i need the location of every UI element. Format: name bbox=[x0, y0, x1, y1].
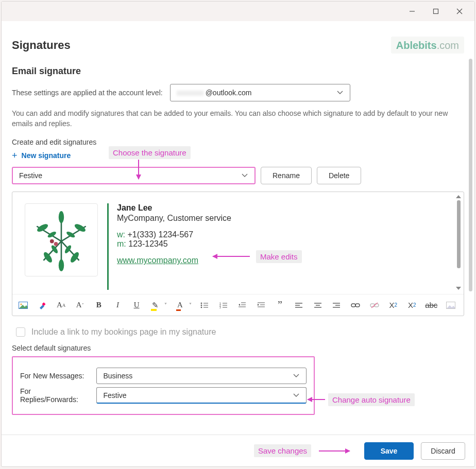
svg-rect-1 bbox=[434, 9, 438, 14]
window-minimize-button[interactable] bbox=[400, 3, 424, 20]
font-color-button[interactable]: A bbox=[174, 299, 186, 312]
brand-logo: Ablebits.com bbox=[391, 37, 464, 54]
plus-icon: + bbox=[12, 152, 18, 159]
window-close-button[interactable] bbox=[448, 3, 471, 20]
indent-button[interactable] bbox=[256, 299, 267, 312]
default-reply-dropdown[interactable]: Festive bbox=[96, 387, 307, 404]
callout-arrow bbox=[319, 450, 350, 451]
align-center-button[interactable] bbox=[312, 299, 324, 312]
window-titlebar bbox=[2, 2, 474, 21]
callout-save: Save changes bbox=[254, 444, 311, 457]
bold-button[interactable]: B bbox=[93, 299, 105, 312]
helper-text: You can add and modify signatures that c… bbox=[12, 109, 464, 129]
unlink-button[interactable] bbox=[368, 299, 380, 312]
link-button[interactable] bbox=[350, 299, 362, 312]
new-signature-button[interactable]: + New signature bbox=[12, 151, 71, 160]
account-label: These settings are applied at the accoun… bbox=[12, 89, 163, 97]
quote-button[interactable]: ” bbox=[274, 299, 286, 312]
callout-arrow bbox=[213, 256, 250, 257]
svg-text:3: 3 bbox=[219, 306, 221, 309]
font-size-up-icon[interactable]: AA bbox=[55, 299, 67, 312]
svg-point-13 bbox=[42, 251, 54, 264]
svg-point-12 bbox=[59, 211, 64, 223]
svg-point-30 bbox=[201, 307, 202, 308]
signature-select[interactable]: Festive bbox=[12, 167, 256, 184]
chevron-down-icon bbox=[241, 171, 248, 180]
create-edit-label: Create and edit signatures bbox=[12, 138, 464, 146]
rename-button[interactable]: Rename bbox=[261, 167, 312, 184]
default-new-label: For New Messages: bbox=[20, 372, 89, 380]
format-painter-icon[interactable] bbox=[37, 299, 48, 312]
chevron-down-icon bbox=[293, 391, 300, 399]
strikethrough-button[interactable]: abc bbox=[425, 299, 437, 312]
callout-arrow bbox=[308, 399, 325, 400]
align-right-button[interactable] bbox=[331, 299, 343, 312]
footer: Save changes Save Discard bbox=[2, 435, 474, 466]
underline-button[interactable]: U bbox=[131, 299, 143, 312]
content-scroll[interactable]: Email signature These settings are appli… bbox=[2, 55, 474, 435]
default-new-dropdown[interactable]: Business bbox=[96, 368, 307, 384]
svg-point-15 bbox=[59, 259, 64, 271]
callout-edits: Make edits bbox=[256, 250, 302, 263]
svg-point-10 bbox=[36, 222, 49, 233]
page-scrollbar[interactable] bbox=[469, 58, 472, 435]
editor-scrollbar[interactable] bbox=[455, 195, 462, 290]
default-reply-label: For Replies/Forwards: bbox=[20, 387, 89, 404]
svg-point-26 bbox=[201, 303, 202, 304]
chevron-down-icon bbox=[293, 372, 300, 380]
svg-point-23 bbox=[21, 303, 22, 305]
align-left-button[interactable] bbox=[293, 299, 305, 312]
numbered-list-button[interactable]: 123 bbox=[217, 299, 229, 312]
defaults-heading: Select default signatures bbox=[12, 344, 464, 352]
chevron-down-icon[interactable]: ˅ bbox=[189, 302, 192, 308]
svg-rect-56 bbox=[355, 304, 360, 307]
chevron-down-icon bbox=[336, 89, 344, 97]
signature-image bbox=[25, 203, 98, 276]
chevron-down-icon[interactable]: ˅ bbox=[164, 302, 167, 308]
signature-text[interactable]: Jane Lee MyCompany, Customer service w: … bbox=[107, 203, 231, 290]
defaults-box: For New Messages: Business For Replies/F… bbox=[12, 356, 315, 415]
bookings-checkbox[interactable] bbox=[16, 327, 25, 337]
svg-rect-58 bbox=[375, 304, 379, 307]
svg-point-20 bbox=[50, 239, 54, 244]
window-maximize-button[interactable] bbox=[424, 3, 448, 20]
insert-picture-button[interactable] bbox=[445, 299, 456, 312]
svg-point-14 bbox=[69, 251, 80, 264]
signatures-window: Signatures Ablebits.com Email signature … bbox=[1, 1, 475, 467]
font-size-down-icon[interactable]: A˅ bbox=[74, 299, 86, 312]
svg-point-21 bbox=[54, 242, 58, 246]
insert-image-icon[interactable] bbox=[18, 299, 29, 312]
outdent-button[interactable] bbox=[236, 299, 248, 312]
discard-button[interactable]: Discard bbox=[421, 442, 465, 460]
section-heading: Email signature bbox=[12, 66, 464, 77]
highlight-button[interactable]: ✎ bbox=[149, 299, 161, 312]
signature-editor[interactable]: Jane Lee MyCompany, Customer service w: … bbox=[12, 192, 464, 316]
callout-choose: Choose the signature bbox=[109, 146, 191, 159]
superscript-button[interactable]: X2 bbox=[387, 299, 399, 312]
bookings-label: Include a link to my bookings page in my… bbox=[31, 327, 216, 337]
svg-marker-45 bbox=[258, 304, 259, 306]
svg-point-11 bbox=[74, 222, 87, 233]
format-toolbar: AA A˅ B I U ✎˅ A˅ 123 ” bbox=[12, 294, 464, 316]
save-button[interactable]: Save bbox=[364, 442, 414, 460]
svg-rect-57 bbox=[370, 304, 375, 307]
page-title: Signatures bbox=[12, 39, 71, 52]
account-dropdown[interactable]: @outlook.com bbox=[170, 84, 350, 101]
italic-button[interactable]: I bbox=[112, 299, 124, 312]
callout-auto: Change auto signature bbox=[328, 393, 415, 406]
subscript-button[interactable]: X2 bbox=[406, 299, 418, 312]
bullets-button[interactable] bbox=[199, 299, 211, 312]
svg-rect-55 bbox=[351, 304, 355, 307]
svg-point-28 bbox=[201, 305, 202, 306]
callout-arrow bbox=[138, 160, 139, 179]
delete-button[interactable]: Delete bbox=[317, 167, 361, 184]
svg-marker-41 bbox=[239, 304, 240, 306]
